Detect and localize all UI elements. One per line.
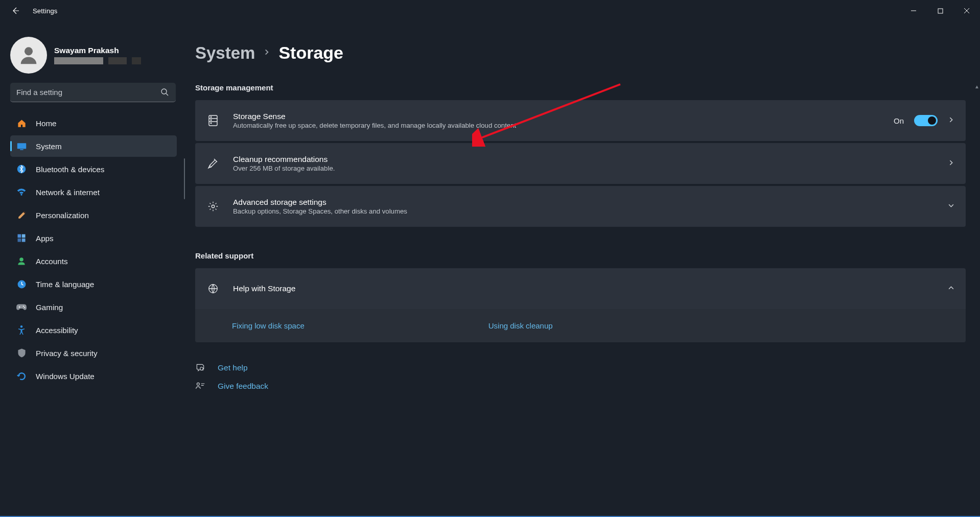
brush-icon: [16, 210, 27, 220]
search-box[interactable]: [10, 83, 176, 102]
nav-label: Apps: [36, 234, 54, 243]
nav-label: Bluetooth & devices: [36, 165, 104, 174]
profile-block[interactable]: Swayam Prakash: [10, 36, 177, 83]
window-title: Settings: [33, 7, 58, 15]
gear-icon: [206, 200, 220, 213]
card-storage-sense[interactable]: Storage Sense Automatically free up spac…: [195, 100, 966, 141]
search-input[interactable]: [10, 83, 176, 102]
section-heading-management: Storage management: [195, 83, 966, 92]
nav-item-bluetooth[interactable]: Bluetooth & devices: [10, 158, 177, 180]
svg-rect-8: [22, 234, 26, 238]
nav-item-apps[interactable]: Apps: [10, 227, 177, 249]
profile-email-redacted: [54, 57, 141, 64]
time-icon: [16, 279, 27, 289]
svg-point-19: [211, 123, 212, 124]
nav-label: Time & language: [36, 280, 94, 289]
svg-point-23: [197, 383, 199, 385]
svg-point-15: [20, 325, 23, 328]
svg-point-18: [211, 120, 212, 121]
card-title: Storage Sense: [233, 112, 880, 121]
scroll-up-icon[interactable]: ▲: [974, 83, 980, 90]
minimize-icon: [911, 8, 917, 14]
svg-point-2: [161, 89, 167, 94]
accounts-icon: [16, 256, 27, 266]
card-cleanup-recommendations[interactable]: Cleanup recommendations Over 256 MB of s…: [195, 143, 966, 184]
storage-icon: [206, 114, 220, 127]
nav-label: Network & internet: [36, 188, 100, 197]
update-icon: [16, 371, 27, 381]
main-content: System Storage Storage management Storag…: [184, 21, 980, 517]
shield-icon: [16, 348, 27, 358]
main-scrollbar[interactable]: ▲: [974, 83, 980, 517]
chevron-right-icon: [948, 159, 954, 168]
svg-point-20: [212, 205, 215, 208]
bluetooth-icon: [16, 164, 27, 174]
nav-label: Personalization: [36, 211, 89, 220]
nav-list: Home System Bluetooth & devices Network …: [10, 112, 177, 387]
home-icon: [16, 118, 27, 128]
svg-point-14: [24, 307, 25, 308]
feedback-icon: [195, 381, 205, 391]
link-give-feedback[interactable]: Give feedback: [218, 382, 268, 391]
nav-item-time-language[interactable]: Time & language: [10, 273, 177, 295]
link-using-disk-cleanup[interactable]: Using disk cleanup: [488, 321, 553, 330]
search-icon[interactable]: [160, 88, 169, 98]
close-button[interactable]: [953, 0, 980, 21]
accessibility-icon: [16, 325, 27, 335]
maximize-icon: [938, 8, 943, 14]
titlebar: Settings: [0, 0, 980, 21]
nav-item-system[interactable]: System: [10, 135, 177, 157]
wifi-icon: [16, 187, 27, 197]
breadcrumb-current: Storage: [278, 43, 343, 63]
nav-label: Accessibility: [36, 326, 78, 335]
svg-point-13: [23, 306, 24, 307]
sidebar: Swayam Prakash Home System Bluetooth & d…: [0, 21, 184, 517]
avatar: [10, 37, 47, 74]
svg-rect-7: [18, 234, 21, 238]
apps-icon: [16, 233, 27, 243]
chevron-up-icon: [948, 284, 954, 293]
chevron-right-icon: [263, 49, 270, 58]
profile-name: Swayam Prakash: [54, 46, 141, 55]
nav-label: System: [36, 142, 62, 151]
close-icon: [964, 8, 970, 14]
breadcrumb: System Storage: [195, 43, 966, 63]
card-title: Cleanup recommendations: [233, 155, 935, 164]
link-fixing-low-disk-space[interactable]: Fixing low disk space: [232, 321, 305, 330]
back-button[interactable]: [8, 4, 22, 18]
link-get-help[interactable]: Get help: [218, 363, 248, 372]
nav-item-accessibility[interactable]: Accessibility: [10, 319, 177, 341]
card-sub: Backup options, Storage Spaces, other di…: [233, 207, 935, 215]
svg-rect-9: [18, 239, 21, 242]
maximize-button[interactable]: [927, 0, 953, 21]
breadcrumb-parent[interactable]: System: [195, 43, 255, 63]
nav-item-home[interactable]: Home: [10, 112, 177, 134]
storage-sense-toggle[interactable]: [914, 115, 938, 126]
nav-label: Home: [36, 119, 57, 128]
svg-rect-10: [22, 239, 26, 242]
svg-point-11: [19, 257, 24, 262]
nav-item-windows-update[interactable]: Windows Update: [10, 365, 177, 387]
nav-item-gaming[interactable]: Gaming: [10, 296, 177, 318]
nav-item-personalization[interactable]: Personalization: [10, 204, 177, 226]
section-heading-related: Related support: [195, 251, 966, 260]
nav-item-privacy[interactable]: Privacy & security: [10, 342, 177, 364]
system-icon: [16, 141, 27, 151]
help-links-panel: Fixing low disk space Using disk cleanup: [195, 309, 966, 342]
card-title: Advanced storage settings: [233, 198, 935, 207]
chevron-down-icon: [948, 202, 954, 211]
nav-label: Privacy & security: [36, 349, 98, 358]
nav-item-accounts[interactable]: Accounts: [10, 250, 177, 272]
minimize-button[interactable]: [900, 0, 927, 21]
svg-rect-16: [209, 115, 217, 126]
svg-point-17: [211, 116, 212, 118]
footer-links: Get help Give feedback: [195, 363, 966, 391]
nav-item-network[interactable]: Network & internet: [10, 181, 177, 203]
nav-label: Windows Update: [36, 372, 95, 381]
svg-rect-3: [17, 143, 26, 149]
card-sub: Over 256 MB of storage available.: [233, 165, 935, 172]
card-advanced-storage[interactable]: Advanced storage settings Backup options…: [195, 186, 966, 227]
globe-help-icon: [206, 282, 220, 295]
svg-point-1: [25, 47, 33, 55]
card-help-with-storage[interactable]: Help with Storage: [195, 268, 966, 309]
